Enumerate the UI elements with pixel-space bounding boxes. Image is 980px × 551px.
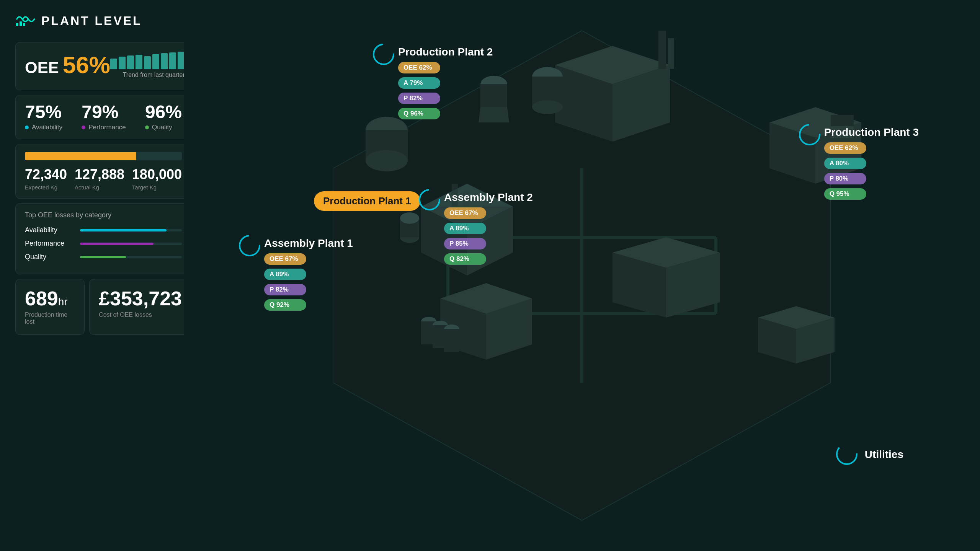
cost-label: Cost of OEE losses bbox=[99, 311, 182, 318]
production-progress-bg bbox=[25, 152, 182, 160]
expected-kg-label: Expected Kg bbox=[25, 184, 67, 191]
trend-bars bbox=[110, 50, 193, 69]
pp2-p-badge: P 82% bbox=[398, 93, 440, 104]
pp1-label[interactable]: Production Plant 1 bbox=[314, 191, 420, 211]
map-area: Production Plant 1 Production Plant 2 OE… bbox=[184, 0, 980, 551]
trend-bar-4 bbox=[136, 55, 142, 69]
logo-icon bbox=[15, 11, 35, 30]
performance-value: 79% bbox=[82, 103, 126, 121]
ap1-a-badge: A 89% bbox=[264, 269, 306, 280]
trend-label: Trend from last quarter ↗ bbox=[123, 71, 193, 79]
loss-availability-row: Availability bbox=[25, 226, 182, 234]
ap1-q-badge: Q 92% bbox=[264, 299, 306, 311]
svg-point-55 bbox=[800, 125, 820, 145]
losses-card: Top OEE losses by category Availability … bbox=[15, 203, 191, 274]
loss-quality-name: Quality bbox=[25, 253, 75, 261]
svg-rect-25 bbox=[658, 31, 666, 69]
left-panel: OEE 56% Trend from last quarter bbox=[15, 42, 191, 335]
availability-dot bbox=[25, 126, 29, 129]
utilities-card[interactable]: Utilities bbox=[835, 442, 903, 467]
loss-availability-name: Availability bbox=[25, 226, 75, 234]
utilities-circle-indicator bbox=[835, 442, 859, 467]
production-card: 72,340 Expected Kg 127,888 Actual Kg 180… bbox=[15, 144, 191, 199]
time-lost-card: 689hr Production time lost bbox=[15, 279, 85, 335]
svg-point-58 bbox=[837, 444, 857, 464]
svg-point-57 bbox=[420, 190, 439, 210]
svg-rect-1 bbox=[20, 21, 22, 26]
ap1-card[interactable]: Assembly Plant 1 OEE 67% A 89% P 82% Q 9… bbox=[241, 237, 353, 313]
svg-rect-32 bbox=[831, 115, 854, 126]
svg-point-24 bbox=[532, 100, 563, 114]
ap2-q-badge: Q 82% bbox=[444, 253, 486, 265]
oee-label: OEE bbox=[25, 59, 59, 77]
svg-point-50 bbox=[366, 150, 408, 171]
trend-bar-8 bbox=[169, 52, 176, 69]
page-title: PLANT LEVEL bbox=[41, 14, 142, 28]
loss-quality-bar-bg bbox=[80, 256, 182, 258]
cost-value: £353,723 bbox=[99, 289, 182, 308]
actual-kg-label: Actual Kg bbox=[75, 184, 124, 191]
trend-bar-3 bbox=[127, 55, 134, 69]
ap2-card[interactable]: Assembly Plant 2 OEE 67% A 89% P 85% Q 8… bbox=[421, 191, 533, 267]
ap1-p-badge: P 82% bbox=[264, 284, 306, 295]
loss-performance-bar-bg bbox=[80, 243, 182, 245]
metric-performance: 79% Performance bbox=[82, 103, 126, 131]
pp3-a-badge: A 80% bbox=[824, 158, 866, 169]
svg-point-18 bbox=[400, 212, 419, 224]
metric-availability: 75% Availability bbox=[25, 103, 62, 131]
ap2-oee-badge: OEE 67% bbox=[444, 207, 486, 219]
pp3-q-badge: Q 95% bbox=[824, 188, 866, 200]
svg-rect-2 bbox=[23, 23, 25, 26]
losses-title: Top OEE losses by category bbox=[25, 211, 182, 219]
production-progress-fill bbox=[25, 152, 136, 160]
expected-kg-value: 72,340 bbox=[25, 166, 67, 183]
pp3-p-badge: P 80% bbox=[824, 173, 866, 184]
header: PLANT LEVEL bbox=[15, 11, 142, 30]
loss-availability-bar-bg bbox=[80, 229, 182, 231]
performance-dot bbox=[82, 126, 85, 129]
ap1-circle-indicator bbox=[237, 233, 262, 258]
trend-bar-6 bbox=[152, 54, 159, 69]
ap1-title: Assembly Plant 1 bbox=[264, 237, 353, 249]
time-lost-label: Production time lost bbox=[25, 311, 75, 325]
trend-section: Trend from last quarter ↗ bbox=[110, 50, 193, 79]
svg-point-56 bbox=[240, 236, 260, 256]
pp3-title: Production Plant 3 bbox=[824, 126, 919, 139]
expected-kg-item: 72,340 Expected Kg bbox=[25, 166, 67, 191]
loss-performance-row: Performance bbox=[25, 240, 182, 248]
quality-value: 96% bbox=[145, 103, 182, 121]
trend-bar-1 bbox=[110, 59, 117, 69]
svg-rect-41 bbox=[444, 329, 459, 352]
pp2-a-badge: A 79% bbox=[398, 77, 440, 89]
bottom-stats: 689hr Production time lost £353,723 Cost… bbox=[15, 279, 191, 335]
oee-value: 56% bbox=[63, 51, 110, 78]
availability-value: 75% bbox=[25, 103, 62, 121]
performance-label: Performance bbox=[82, 124, 126, 131]
cost-card: £353,723 Cost of OEE losses bbox=[89, 279, 191, 335]
loss-availability-bar bbox=[80, 229, 167, 231]
utilities-title: Utilities bbox=[865, 448, 903, 461]
pp3-circle-indicator bbox=[797, 122, 822, 147]
svg-rect-0 bbox=[16, 23, 18, 26]
pp2-oee-badge: OEE 62% bbox=[398, 62, 440, 73]
pp2-circle-indicator bbox=[371, 42, 396, 67]
pp3-oee-badge: OEE 62% bbox=[824, 142, 866, 154]
ap2-p-badge: P 85% bbox=[444, 238, 486, 249]
availability-label: Availability bbox=[25, 124, 62, 131]
ap2-circle-indicator bbox=[417, 187, 442, 212]
oee-card: OEE 56% Trend from last quarter bbox=[15, 42, 191, 90]
time-lost-value: 689hr bbox=[25, 289, 75, 308]
pp2-title: Production Plant 2 bbox=[398, 46, 493, 58]
quality-dot bbox=[145, 126, 149, 129]
metric-quality: 96% Quality bbox=[145, 103, 182, 131]
pp3-card[interactable]: Production Plant 3 OEE 62% A 80% P 80% Q… bbox=[801, 126, 919, 202]
trend-bar-2 bbox=[119, 57, 126, 69]
pp2-card[interactable]: Production Plant 2 OEE 62% A 79% P 82% Q… bbox=[375, 46, 493, 122]
loss-quality-row: Quality bbox=[25, 253, 182, 261]
actual-kg-value: 127,888 bbox=[75, 166, 124, 183]
target-kg-item: 180,000 Target Kg bbox=[132, 166, 182, 191]
ap2-a-badge: A 89% bbox=[444, 223, 486, 234]
ap2-title: Assembly Plant 2 bbox=[444, 191, 533, 204]
quality-label: Quality bbox=[145, 124, 182, 131]
target-kg-value: 180,000 bbox=[132, 166, 182, 183]
